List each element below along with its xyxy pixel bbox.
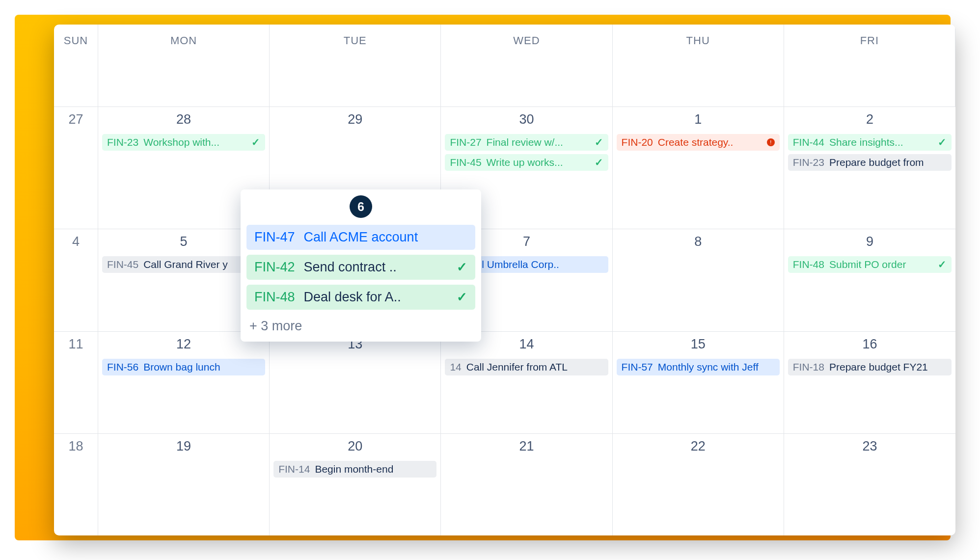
event-title: Share insights... [829,136,933,148]
event-title: Send contract .. [304,260,448,275]
day-cell[interactable]: 15 FIN-57Monthly sync with Jeff [613,332,784,434]
issue-key: FIN-45 [450,157,481,168]
day-header-wed: WED [441,25,612,107]
popover-event[interactable]: FIN-48Deal desk for A..✓ [246,285,475,310]
issue-key: FIN-18 [793,361,824,373]
issue-key: FIN-57 [622,361,653,373]
calendar-event[interactable]: 14Call Jennifer from ATL [445,359,608,375]
issue-key: FIN-48 [254,290,295,305]
day-number: 19 [102,439,265,454]
event-title: Call ACME account [304,230,467,245]
check-icon: ✓ [595,136,603,148]
issue-key: FIN-14 [278,463,310,475]
check-icon: ✓ [595,157,603,168]
issue-key: FIN-20 [622,136,653,148]
issue-key: FIN-27 [450,136,481,148]
calendar-event[interactable]: FIN-56Brown bag lunch [102,359,265,375]
day-number: 20 [273,439,436,454]
check-icon: ✓ [457,290,467,305]
calendar-event[interactable]: FIN-48Submit PO order✓ [788,256,952,273]
event-title: Deal desk for A.. [304,290,448,305]
day-cell[interactable]: 8 [613,229,784,331]
day-number: 21 [445,439,608,454]
day-number: 27 [58,112,94,127]
day-number: 4 [58,234,94,249]
day-header-fri: FRI [784,25,955,107]
popover-event[interactable]: FIN-47Call ACME account [246,225,475,250]
day-cell[interactable]: 23 [784,434,955,535]
day-number: 29 [273,112,436,127]
calendar-card: SUN MON TUE WED THU FRI 27 28 FIN-23Work… [54,25,955,535]
day-number: 15 [617,337,780,352]
day-cell[interactable]: 2 FIN-44Share insights...✓ FIN-23Prepare… [784,107,955,229]
issue-key: FIN-45 [107,259,138,270]
event-title: Create strategy.. [658,136,762,148]
day-cell[interactable]: 9 FIN-48Submit PO order✓ [784,229,955,331]
day-number: 16 [788,337,952,352]
day-cell[interactable]: 16 FIN-18Prepare budget FY21 [784,332,955,434]
check-icon: ✓ [251,136,260,148]
day-number: 28 [102,112,265,127]
calendar-event[interactable]: FIN-20Create strategy..! [617,134,780,151]
calendar-event[interactable]: FIN-57Monthly sync with Jeff [617,359,780,375]
day-cell[interactable]: 1 FIN-20Create strategy..! [613,107,784,229]
day-cell[interactable]: 18 [54,434,98,535]
issue-key: FIN-23 [107,136,138,148]
day-cell[interactable]: 4 [54,229,98,331]
event-title: Call Jennifer from ATL [466,361,603,373]
calendar-event[interactable]: FIN-23Workshop with...✓ [102,134,265,151]
day-cell[interactable]: 13 [270,332,441,434]
issue-key: FIN-23 [793,157,824,168]
day-cell[interactable]: 11 [54,332,98,434]
event-title: Begin month-end [315,463,432,475]
event-title: Submit PO order [829,259,933,270]
day-popover[interactable]: 6 FIN-47Call ACME account FIN-42Send con… [241,189,481,342]
popover-date-badge: 6 [350,195,372,218]
day-header-tue: TUE [270,25,441,107]
day-number: 11 [58,337,94,352]
overdue-icon: ! [767,138,775,146]
issue-key: FIN-48 [793,259,824,270]
day-number: 8 [617,234,780,249]
issue-key: FIN-56 [107,361,138,373]
day-header-thu: THU [613,25,784,107]
calendar-event[interactable]: FIN-44Share insights...✓ [788,134,952,151]
event-title: Write up works... [487,157,590,168]
day-cell[interactable]: 14 14Call Jennifer from ATL [441,332,612,434]
calendar-event[interactable]: FIN-27Final review w/...✓ [445,134,608,151]
event-title: Workshop with... [143,136,246,148]
check-icon: ✓ [938,259,947,270]
event-title: Call Umbrella Corp.. [466,259,603,270]
issue-key: FIN-44 [793,136,824,148]
event-title: Final review w/... [487,136,590,148]
day-cell[interactable]: 19 [98,434,270,535]
check-icon: ✓ [938,136,947,148]
day-number: 30 [445,112,608,127]
day-cell[interactable]: 22 [613,434,784,535]
popover-more-link[interactable]: + 3 more [246,315,475,336]
day-number: 1 [617,112,780,127]
day-cell[interactable]: 20 FIN-14Begin month-end [270,434,441,535]
day-cell[interactable]: 12 FIN-56Brown bag lunch [98,332,270,434]
day-header-sun: SUN [54,25,98,107]
day-number: 2 [788,112,952,127]
issue-key: 14 [450,361,461,373]
check-icon: ✓ [457,260,467,275]
day-header-mon: MON [98,25,270,107]
calendar-event[interactable]: FIN-23Prepare budget from [788,154,952,171]
calendar-event[interactable]: FIN-18Prepare budget FY21 [788,359,952,375]
popover-event[interactable]: FIN-42Send contract ..✓ [246,255,475,280]
calendar-event[interactable]: FIN-14Begin month-end [273,461,436,478]
day-cell[interactable]: 21 [441,434,612,535]
event-title: Prepare budget from [829,157,947,168]
day-number: 23 [788,439,952,454]
day-number: 22 [617,439,780,454]
day-cell[interactable]: 27 [54,107,98,229]
issue-key: FIN-47 [254,230,295,245]
calendar-grid: SUN MON TUE WED THU FRI 27 28 FIN-23Work… [54,25,955,535]
calendar-event[interactable]: FIN-45Write up works...✓ [445,154,608,171]
event-title: Prepare budget FY21 [829,361,947,373]
event-title: Brown bag lunch [143,361,260,373]
day-number: 18 [58,439,94,454]
day-number: 9 [788,234,952,249]
